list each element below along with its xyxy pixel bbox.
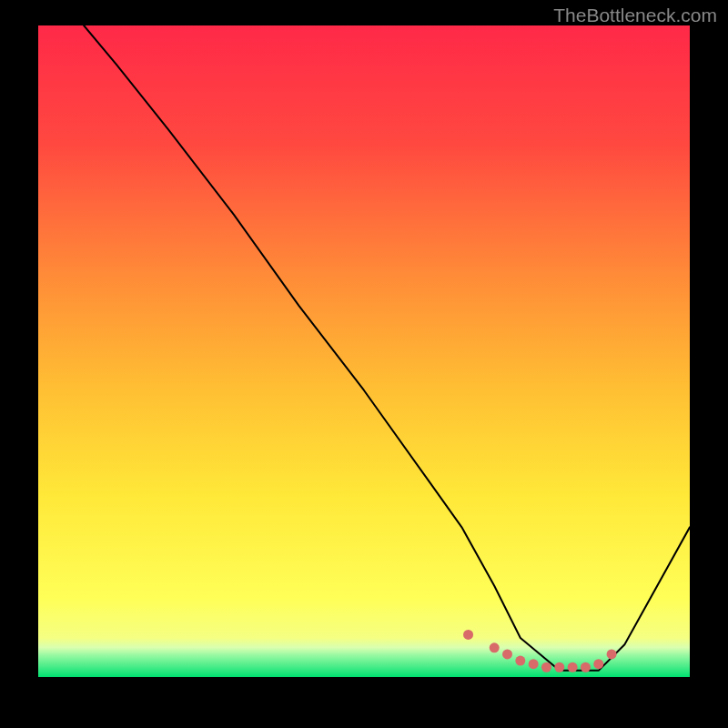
marker-dot [463, 630, 473, 640]
marker-dot [541, 662, 551, 672]
plot-area [38, 25, 690, 677]
marker-dot [593, 659, 603, 669]
watermark-text: TheBottleneck.com [553, 5, 717, 26]
marker-dot [529, 659, 539, 669]
chart-container: TheBottleneck.com [0, 0, 728, 728]
gradient-background [38, 25, 690, 677]
marker-dot [568, 662, 578, 672]
marker-dot [581, 662, 591, 672]
marker-dot [502, 649, 512, 659]
marker-dot [607, 649, 617, 659]
marker-dot [554, 662, 564, 672]
chart-svg [38, 25, 690, 677]
marker-dot [490, 642, 500, 652]
marker-dot [515, 656, 525, 666]
